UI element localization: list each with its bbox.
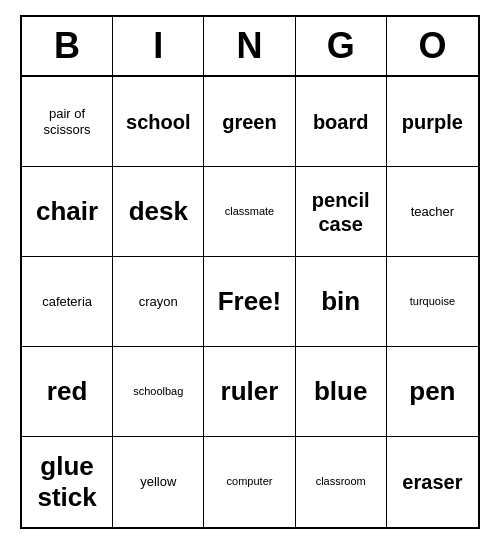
cell-text: blue xyxy=(314,376,367,407)
bingo-cell: crayon xyxy=(113,257,204,347)
cell-text: desk xyxy=(129,196,188,227)
bingo-cell: classmate xyxy=(204,167,295,257)
cell-text: classroom xyxy=(316,475,366,488)
cell-text: cafeteria xyxy=(42,294,92,310)
bingo-cell: teacher xyxy=(387,167,478,257)
bingo-card: BINGO pair ofscissorsschoolgreenboardpur… xyxy=(20,15,480,529)
header-letter: G xyxy=(296,17,387,75)
cell-text: red xyxy=(47,376,87,407)
bingo-grid: pair ofscissorsschoolgreenboardpurplecha… xyxy=(22,77,478,527)
bingo-cell: school xyxy=(113,77,204,167)
cell-text: pencilcase xyxy=(312,188,370,236)
cell-text: ruler xyxy=(221,376,279,407)
bingo-cell: board xyxy=(296,77,387,167)
bingo-cell: red xyxy=(22,347,113,437)
bingo-cell: eraser xyxy=(387,437,478,527)
cell-text: purple xyxy=(402,110,463,134)
bingo-cell: classroom xyxy=(296,437,387,527)
header-letter: I xyxy=(113,17,204,75)
cell-text: green xyxy=(222,110,276,134)
bingo-cell: computer xyxy=(204,437,295,527)
bingo-cell: ruler xyxy=(204,347,295,437)
bingo-cell: turquoise xyxy=(387,257,478,347)
bingo-cell: pair ofscissors xyxy=(22,77,113,167)
cell-text: bin xyxy=(321,286,360,317)
cell-text: eraser xyxy=(402,470,462,494)
bingo-cell: Free! xyxy=(204,257,295,347)
bingo-cell: bin xyxy=(296,257,387,347)
cell-text: gluestick xyxy=(37,451,96,513)
bingo-header: BINGO xyxy=(22,17,478,77)
cell-text: computer xyxy=(227,475,273,488)
header-letter: N xyxy=(204,17,295,75)
bingo-cell: desk xyxy=(113,167,204,257)
header-letter: O xyxy=(387,17,478,75)
bingo-cell: cafeteria xyxy=(22,257,113,347)
cell-text: schoolbag xyxy=(133,385,183,398)
bingo-cell: gluestick xyxy=(22,437,113,527)
bingo-cell: purple xyxy=(387,77,478,167)
header-letter: B xyxy=(22,17,113,75)
cell-text: pen xyxy=(409,376,455,407)
bingo-cell: yellow xyxy=(113,437,204,527)
bingo-cell: chair xyxy=(22,167,113,257)
cell-text: board xyxy=(313,110,369,134)
cell-text: pair ofscissors xyxy=(44,106,91,137)
cell-text: Free! xyxy=(218,286,282,317)
bingo-cell: pencilcase xyxy=(296,167,387,257)
cell-text: yellow xyxy=(140,474,176,490)
cell-text: turquoise xyxy=(410,295,455,308)
cell-text: classmate xyxy=(225,205,275,218)
cell-text: chair xyxy=(36,196,98,227)
bingo-cell: green xyxy=(204,77,295,167)
cell-text: crayon xyxy=(139,294,178,310)
bingo-cell: blue xyxy=(296,347,387,437)
cell-text: teacher xyxy=(411,204,454,220)
bingo-cell: pen xyxy=(387,347,478,437)
bingo-cell: schoolbag xyxy=(113,347,204,437)
cell-text: school xyxy=(126,110,190,134)
